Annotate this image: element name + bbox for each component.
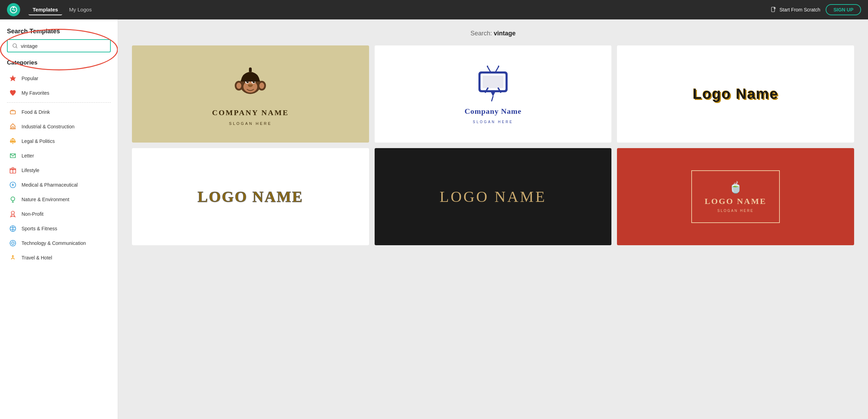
main-content: Search: vintage bbox=[118, 19, 868, 419]
search-input[interactable] bbox=[21, 43, 106, 49]
tv-logo: Company Name SLOGAN HERE bbox=[465, 65, 521, 124]
start-from-scratch-button[interactable]: Start From Scratch bbox=[770, 7, 820, 13]
sidebar-item-legal[interactable]: Legal & Politics bbox=[7, 134, 111, 148]
search-icon bbox=[12, 43, 18, 49]
template-card-tv[interactable]: Company Name SLOGAN HERE bbox=[375, 45, 612, 143]
category-label: Medical & Pharmaceutical bbox=[22, 182, 78, 188]
sidebar-item-popular[interactable]: Popular bbox=[7, 71, 111, 86]
svg-marker-4 bbox=[10, 75, 16, 81]
nav-my-logos[interactable]: My Logos bbox=[65, 5, 96, 15]
card-slogan: SLOGAN HERE bbox=[229, 121, 272, 126]
template-card-logowestern[interactable]: LOGO NAME bbox=[132, 148, 369, 245]
sidebar-item-letter[interactable]: Letter bbox=[7, 148, 111, 163]
sidebar-item-industrial[interactable]: Industrial & Construction bbox=[7, 119, 111, 134]
sidebar-item-food[interactable]: Food & Drink bbox=[7, 105, 111, 119]
search-input-wrap bbox=[7, 39, 111, 52]
heart-icon bbox=[8, 88, 17, 97]
template-card-logored[interactable]: 🍵 LOGO NAME SLOGAN HERE bbox=[617, 148, 854, 245]
svg-point-42 bbox=[498, 66, 499, 67]
monkey-logo: COMPANY NAME SLOGAN HERE bbox=[212, 62, 289, 126]
category-label: Popular bbox=[22, 76, 38, 81]
svg-point-40 bbox=[487, 66, 488, 67]
search-term: vintage bbox=[494, 30, 516, 37]
category-label: Nature & Environment bbox=[22, 197, 69, 202]
construction-icon bbox=[8, 122, 17, 131]
sports-icon bbox=[8, 224, 17, 233]
sidebar-item-technology[interactable]: Technology & Communication bbox=[7, 236, 111, 250]
svg-point-14 bbox=[11, 197, 15, 201]
svg-point-23 bbox=[259, 83, 264, 89]
gift-icon bbox=[8, 166, 17, 175]
sidebar-item-nonprofit[interactable]: Non-Profit bbox=[7, 207, 111, 221]
nav-templates[interactable]: Templates bbox=[28, 5, 62, 15]
svg-line-39 bbox=[487, 67, 490, 71]
svg-point-1 bbox=[13, 7, 14, 8]
sidebar: Search Templates Categories Popular bbox=[0, 19, 118, 419]
letter-icon bbox=[8, 151, 17, 160]
nature-icon bbox=[8, 195, 17, 204]
svg-point-33 bbox=[248, 84, 252, 87]
logo-name-western: LOGO NAME bbox=[198, 188, 303, 206]
main-layout: Search Templates Categories Popular bbox=[0, 19, 868, 419]
svg-rect-6 bbox=[12, 127, 14, 129]
logo-name-text: Logo Name bbox=[693, 86, 778, 102]
sidebar-item-nature[interactable]: Nature & Environment bbox=[7, 192, 111, 207]
travel-icon bbox=[8, 253, 17, 262]
search-box-wrapper bbox=[7, 39, 111, 52]
category-label: Industrial & Construction bbox=[22, 124, 75, 129]
sidebar-item-travel[interactable]: Travel & Hotel bbox=[7, 250, 111, 265]
template-grid: COMPANY NAME SLOGAN HERE bbox=[132, 45, 854, 245]
category-label: Food & Drink bbox=[22, 109, 50, 115]
search-heading: Search: vintage bbox=[132, 30, 854, 37]
category-label: Non-Profit bbox=[22, 211, 43, 217]
svg-rect-5 bbox=[10, 111, 16, 114]
category-label: Legal & Politics bbox=[22, 138, 55, 144]
search-label: Search Templates bbox=[7, 28, 111, 35]
tech-icon bbox=[8, 239, 17, 248]
document-icon bbox=[770, 7, 777, 13]
svg-point-18 bbox=[11, 242, 14, 244]
sidebar-item-medical[interactable]: Medical & Pharmaceutical bbox=[7, 178, 111, 192]
svg-rect-36 bbox=[483, 76, 503, 88]
star-icon bbox=[8, 74, 17, 83]
svg-point-15 bbox=[11, 211, 14, 214]
sidebar-item-sports[interactable]: Sports & Fitness bbox=[7, 221, 111, 236]
bowl-icon: 🍵 bbox=[729, 181, 743, 194]
categories-title: Categories bbox=[7, 59, 111, 66]
medical-icon bbox=[8, 180, 17, 189]
monkey-illustration bbox=[229, 62, 271, 104]
nav-links: Templates My Logos bbox=[28, 5, 762, 15]
category-label: My Favorites bbox=[22, 90, 49, 96]
nav-right: Start From Scratch SIGN UP bbox=[770, 4, 861, 15]
svg-point-3 bbox=[13, 44, 17, 48]
category-label: Technology & Communication bbox=[22, 240, 86, 246]
sidebar-item-favorites[interactable]: My Favorites bbox=[7, 86, 111, 100]
svg-point-17 bbox=[10, 240, 16, 246]
food-icon bbox=[8, 108, 17, 117]
card-company-name: COMPANY NAME bbox=[212, 108, 289, 117]
logo-name-dark: LOGO NAME bbox=[440, 188, 546, 206]
category-label: Travel & Hotel bbox=[22, 255, 52, 260]
red-card-border: 🍵 LOGO NAME SLOGAN HERE bbox=[691, 170, 779, 223]
top-navigation: Templates My Logos Start From Scratch SI… bbox=[0, 0, 868, 19]
tv-svg bbox=[476, 65, 510, 103]
template-card-logodark[interactable]: LOGO NAME bbox=[375, 148, 612, 245]
app-logo[interactable] bbox=[7, 3, 20, 16]
ribbon-icon bbox=[8, 210, 17, 219]
signup-button[interactable]: SIGN UP bbox=[826, 4, 861, 15]
card-slogan: SLOGAN HERE bbox=[473, 120, 513, 124]
category-label: Sports & Fitness bbox=[22, 226, 57, 231]
logo-name-red: LOGO NAME bbox=[704, 197, 766, 206]
sidebar-item-lifestyle[interactable]: Lifestyle bbox=[7, 163, 111, 178]
category-label: Lifestyle bbox=[22, 168, 39, 173]
svg-point-21 bbox=[236, 83, 241, 89]
monkey-svg bbox=[231, 64, 269, 102]
scales-icon bbox=[8, 137, 17, 146]
template-card-logoblack[interactable]: Logo Name bbox=[617, 45, 854, 143]
card-slogan-red: SLOGAN HERE bbox=[717, 209, 754, 213]
category-label: Letter bbox=[22, 153, 34, 159]
card-company-name: Company Name bbox=[465, 107, 521, 116]
template-card-monkey[interactable]: COMPANY NAME SLOGAN HERE bbox=[132, 45, 369, 143]
svg-line-41 bbox=[496, 67, 499, 71]
